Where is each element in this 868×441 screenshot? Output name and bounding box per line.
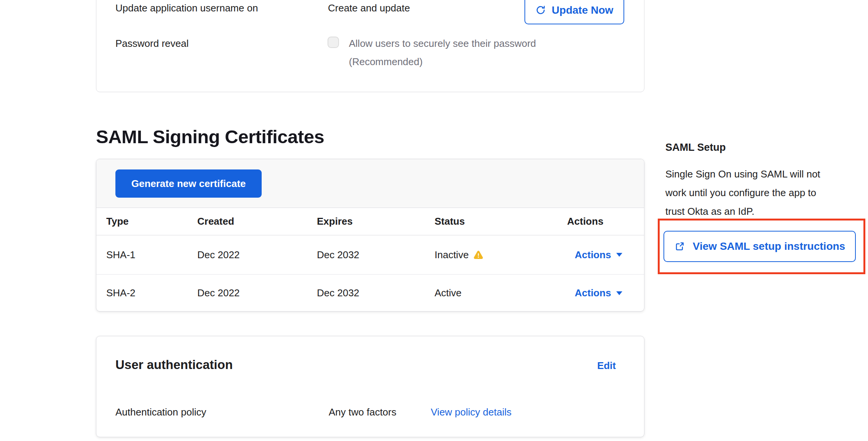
table-row-sha1: SHA-1 Dec 2022 Dec 2032 Inactive Actions bbox=[96, 235, 644, 275]
cell-created: Dec 2022 bbox=[197, 249, 317, 261]
password-reveal-checkbox[interactable] bbox=[328, 37, 339, 48]
cell-actions: Actions bbox=[567, 287, 644, 299]
view-saml-setup-instructions-button[interactable]: View SAML setup instructions bbox=[663, 231, 856, 262]
user-authentication-card: User authentication Edit Authentication … bbox=[96, 336, 644, 437]
warning-triangle-icon bbox=[473, 250, 483, 260]
actions-dropdown-sha2[interactable]: Actions bbox=[575, 287, 622, 299]
description-line: work until you configure the app to bbox=[665, 184, 820, 202]
password-reveal-description-line2: (Recommended) bbox=[349, 55, 423, 68]
cell-created: Dec 2022 bbox=[197, 287, 317, 299]
view-policy-details-link[interactable]: View policy details bbox=[431, 406, 512, 419]
column-header-actions: Actions bbox=[567, 216, 644, 227]
generate-certificate-button[interactable]: Generate new certificate bbox=[115, 169, 262, 198]
cell-type: SHA-2 bbox=[106, 287, 197, 299]
cell-status: Active bbox=[435, 287, 567, 299]
column-header-expires: Expires bbox=[317, 216, 435, 227]
saml-certificates-card: Generate new certificate Type Created Ex… bbox=[96, 159, 644, 312]
external-link-icon bbox=[674, 241, 685, 252]
column-header-status: Status bbox=[435, 216, 567, 227]
actions-label: Actions bbox=[575, 249, 611, 261]
saml-setup-description: Single Sign On using SAML will not work … bbox=[665, 165, 820, 221]
password-reveal-description-line1: Allow users to securely see their passwo… bbox=[349, 37, 536, 50]
cell-expires: Dec 2032 bbox=[317, 287, 435, 299]
page-title: SAML Signing Certificates bbox=[96, 126, 324, 147]
actions-dropdown-sha1[interactable]: Actions bbox=[575, 249, 622, 261]
saml-setup-heading: SAML Setup bbox=[665, 142, 726, 153]
status-text: Inactive bbox=[435, 249, 469, 261]
cell-type: SHA-1 bbox=[106, 249, 197, 261]
username-update-value: Create and update bbox=[328, 2, 410, 14]
table-row-sha2: SHA-2 Dec 2022 Dec 2032 Active Actions bbox=[96, 275, 644, 312]
authentication-policy-value: Any two factors bbox=[329, 406, 396, 419]
annotation-highlight-box: View SAML setup instructions bbox=[658, 219, 865, 274]
column-header-created: Created bbox=[197, 216, 317, 227]
okta-app-settings-page: Update application username on Create an… bbox=[0, 0, 868, 441]
certificates-card-header: Generate new certificate bbox=[96, 159, 644, 208]
authentication-policy-label: Authentication policy bbox=[115, 406, 206, 419]
cell-status: Inactive bbox=[435, 249, 567, 261]
caret-down-icon bbox=[616, 253, 622, 257]
username-update-label: Update application username on bbox=[115, 2, 258, 14]
cell-actions: Actions bbox=[567, 249, 644, 261]
actions-label: Actions bbox=[575, 287, 611, 299]
caret-down-icon bbox=[616, 291, 622, 295]
column-header-type: Type bbox=[106, 216, 197, 227]
edit-authentication-link[interactable]: Edit bbox=[597, 360, 616, 372]
app-credentials-card: Update application username on Create an… bbox=[96, 0, 644, 92]
status-text: Active bbox=[435, 287, 462, 299]
certificates-table-header: Type Created Expires Status Actions bbox=[96, 208, 644, 235]
refresh-icon bbox=[536, 5, 546, 15]
user-authentication-heading: User authentication bbox=[115, 358, 233, 372]
update-now-button[interactable]: Update Now bbox=[524, 0, 624, 24]
description-line: trust Okta as an IdP. bbox=[665, 202, 820, 221]
password-reveal-label: Password reveal bbox=[115, 37, 189, 50]
description-line: Single Sign On using SAML will not bbox=[665, 165, 820, 184]
setup-instructions-label: View SAML setup instructions bbox=[693, 240, 845, 252]
update-now-label: Update Now bbox=[552, 4, 614, 16]
cell-expires: Dec 2032 bbox=[317, 249, 435, 261]
